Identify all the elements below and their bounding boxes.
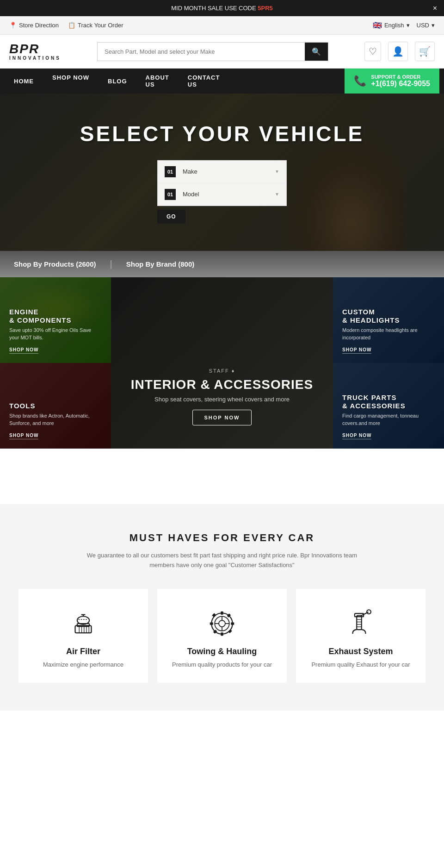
custom-desc: Modern composite headlights are incorpor…: [342, 327, 435, 341]
tools-title: TOOLS: [9, 402, 102, 410]
nav-home[interactable]: HOME: [5, 69, 43, 94]
make-label: Make: [183, 168, 197, 175]
product-card-interior[interactable]: STAFF ♦ INTERIOR & ACCESSORIES Shop seat…: [111, 277, 333, 449]
phone-icon: 📞: [354, 75, 366, 87]
products-grid: ENGINE& COMPONENTS Save upto 30% off Eng…: [0, 277, 444, 449]
header-icons: ♡ 👤 🛒: [364, 42, 435, 61]
announcement-bar: MID MONTH SALE USE CODE 5PR5 ×: [0, 0, 444, 16]
interior-desc: Shop seat covers, steering wheel covers …: [131, 396, 313, 403]
vehicle-selector: 01 Make ▼ 01 Model ▼: [157, 160, 287, 206]
model-number: 01: [165, 189, 176, 200]
account-icon[interactable]: 👤: [388, 42, 408, 61]
engine-shop-link[interactable]: SHOP NOW: [9, 347, 38, 354]
exhaust-title: Exhaust System: [328, 647, 393, 656]
site-header: BPR INNOVATIONS 🔍 ♡ 👤 🛒: [0, 35, 444, 69]
go-button[interactable]: GO: [157, 210, 185, 224]
must-haves-desc: We guarantee to all our customers best f…: [83, 551, 361, 570]
support-phone-block[interactable]: 📞 SUPPORT & ORDER +1(619) 642-9055: [345, 69, 439, 94]
support-info: SUPPORT & ORDER +1(619) 642-9055: [371, 74, 430, 88]
utility-right-links: 🇬🇧 English ▾ USD ▾: [373, 21, 435, 30]
tools-desc: Shop brands like Actron, Automatic, Sunf…: [9, 412, 102, 427]
make-selector-row[interactable]: 01 Make ▼: [158, 161, 286, 183]
hero-content: SELECT YOUR VEHICLE 01 Make ▼ 01 Model ▼…: [0, 112, 444, 233]
model-arrow-icon: ▼: [275, 192, 279, 197]
truck-shop-link[interactable]: SHOP NOW: [342, 433, 371, 439]
svg-rect-20: [212, 613, 216, 617]
flag-icon: 🇬🇧: [373, 21, 382, 30]
towing-title: Towing & Hauling: [187, 647, 257, 656]
svg-rect-21: [228, 629, 232, 633]
engine-title: ENGINE& COMPONENTS: [9, 308, 102, 325]
logo-text: BPR: [9, 43, 61, 56]
must-haves-title: MUST HAVES FOR EVERY CAR: [18, 532, 426, 544]
custom-shop-link[interactable]: SHOP NOW: [342, 347, 371, 354]
track-icon: 📋: [68, 22, 75, 29]
product-card-custom[interactable]: CUSTOM& HEADLIGHTS Modern composite head…: [333, 277, 444, 363]
must-haves-card-towing[interactable]: Towing & Hauling Premium quality product…: [157, 589, 287, 683]
nav-contact-us[interactable]: CONTACT US: [179, 69, 229, 94]
location-icon: 📍: [9, 22, 17, 29]
engine-desc: Save upto 30% off Engine Oils Save your …: [9, 327, 102, 341]
cart-icon[interactable]: 🛒: [415, 42, 435, 61]
close-announcement-button[interactable]: ×: [433, 4, 437, 12]
search-input[interactable]: [98, 43, 305, 61]
nav-about-us[interactable]: ABOUT US: [136, 69, 179, 94]
exhaust-desc: Premium quality Exhaust for your car: [311, 660, 410, 669]
track-order-link[interactable]: 📋 Track Your Order: [68, 22, 123, 29]
custom-content: CUSTOM& HEADLIGHTS Modern composite head…: [342, 308, 435, 354]
site-logo[interactable]: BPR INNOVATIONS: [9, 43, 61, 61]
main-nav: HOME SHOP NOW BLOG ABOUT US CONTACT US 📞…: [0, 69, 444, 94]
shop-by-brand-tab[interactable]: Shop By Brand (800): [112, 251, 209, 277]
model-label: Model: [183, 191, 199, 198]
custom-title: CUSTOM& HEADLIGHTS: [342, 308, 435, 325]
air-filter-desc: Maximize engine performance: [43, 660, 123, 669]
hero-section: SELECT YOUR VEHICLE 01 Make ▼ 01 Model ▼…: [0, 94, 444, 251]
make-arrow-icon: ▼: [275, 169, 279, 174]
promo-code: 5PR5: [258, 5, 273, 12]
search-bar: 🔍: [97, 42, 328, 61]
hero-title: SELECT YOUR VEHICLE: [9, 121, 435, 146]
svg-rect-14: [221, 611, 223, 614]
nav-shop-now[interactable]: SHOP NOW: [43, 69, 99, 94]
wishlist-icon[interactable]: ♡: [364, 42, 381, 61]
must-haves-section: MUST HAVES FOR EVERY CAR We guarantee to…: [0, 504, 444, 711]
interior-staff-label: STAFF ♦: [131, 368, 313, 374]
currency-selector[interactable]: USD ▾: [417, 22, 435, 29]
shop-tabs: Shop By Products (2600) | Shop By Brand …: [0, 251, 444, 277]
svg-rect-16: [210, 622, 213, 624]
model-selector-row[interactable]: 01 Model ▼: [158, 183, 286, 206]
store-direction-link[interactable]: 📍 Store Direction: [9, 22, 59, 29]
tools-content: TOOLS Shop brands like Actron, Automatic…: [9, 402, 102, 439]
nav-blog[interactable]: BLOG: [99, 69, 136, 94]
air-filter-title: Air Filter: [66, 647, 100, 656]
chevron-down-icon: ▾: [432, 22, 435, 29]
svg-point-13: [219, 620, 225, 627]
utility-left-links: 📍 Store Direction 📋 Track Your Order: [9, 22, 123, 29]
interior-content: STAFF ♦ INTERIOR & ACCESSORIES Shop seat…: [131, 368, 313, 439]
tools-shop-link[interactable]: SHOP NOW: [9, 433, 38, 439]
utility-bar: 📍 Store Direction 📋 Track Your Order 🇬🇧 …: [0, 16, 444, 35]
svg-rect-15: [221, 632, 223, 636]
engine-content: ENGINE& COMPONENTS Save upto 30% off Eng…: [9, 308, 102, 354]
announcement-text: MID MONTH SALE USE CODE 5PR5: [171, 5, 273, 12]
towing-desc: Premium quality products for your car: [172, 660, 272, 669]
language-selector[interactable]: 🇬🇧 English ▾: [373, 21, 410, 30]
truck-desc: Find cargo management, tonneau covers.an…: [342, 412, 435, 427]
product-card-tools[interactable]: TOOLS Shop brands like Actron, Automatic…: [0, 363, 111, 449]
air-filter-icon: [67, 607, 99, 640]
product-card-engine[interactable]: ENGINE& COMPONENTS Save upto 30% off Eng…: [0, 277, 111, 363]
must-haves-card-air-filter[interactable]: Air Filter Maximize engine performance: [18, 589, 148, 683]
must-haves-grid: Air Filter Maximize engine performance: [18, 589, 426, 683]
product-card-truck[interactable]: TRUCK PARTS& ACCESSORIES Find cargo mana…: [333, 363, 444, 449]
interior-title: INTERIOR & ACCESSORIES: [131, 377, 313, 392]
truck-content: TRUCK PARTS& ACCESSORIES Find cargo mana…: [342, 393, 435, 439]
must-haves-card-exhaust[interactable]: Exhaust System Premium quality Exhaust f…: [296, 589, 426, 683]
svg-rect-17: [231, 622, 234, 624]
exhaust-system-icon: [345, 607, 377, 640]
chevron-down-icon: ▾: [407, 22, 410, 29]
svg-point-28: [367, 610, 371, 614]
shop-by-products-tab[interactable]: Shop By Products (2600): [0, 251, 110, 277]
interior-shop-button[interactable]: SHOP NOW: [192, 410, 252, 425]
search-button[interactable]: 🔍: [305, 43, 328, 61]
spacer-section: [0, 449, 444, 504]
